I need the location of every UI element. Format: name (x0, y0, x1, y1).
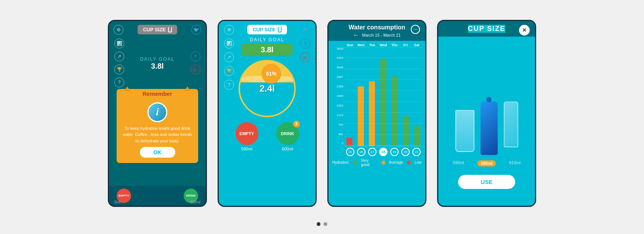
cup-icon-s2 (278, 27, 282, 32)
question-icon-s2[interactable]: ? (224, 80, 234, 90)
twitter-icon[interactable]: 🐦 (191, 25, 201, 35)
y-3429: 3429 (332, 56, 344, 60)
bar-col-18 (378, 47, 389, 146)
ml-right-label: 600ml (190, 200, 200, 204)
screen1-topbar: ⚙ CUP SIZE 🐦 (109, 21, 206, 37)
drink-badge: 3 (293, 121, 300, 127)
popup-box: i To keep hydration levels good drink wa… (117, 98, 198, 163)
y-1143: 1143 (332, 113, 344, 117)
bar-chart-icon[interactable]: 📊 (114, 39, 124, 48)
day-wed: Wed (378, 43, 389, 47)
bottle-blue (481, 102, 498, 155)
y-2667: 2667 (332, 75, 344, 79)
pagination-dot-2[interactable] (324, 222, 327, 226)
legend-dot-red (407, 161, 411, 165)
settings-icon[interactable]: ⚙ (114, 25, 123, 35)
date-21[interactable]: 21 (411, 148, 422, 156)
goal-value: 3.8l (140, 62, 175, 71)
twitter-icon-s2[interactable]: 🐦 (300, 25, 310, 35)
legend-average: Average (389, 160, 403, 165)
date-17[interactable]: 17 (367, 148, 378, 156)
award-icon-s2[interactable]: 🏆 (224, 66, 234, 76)
cup-size-button[interactable]: CUP SIZE (138, 25, 177, 34)
y-0: 0 (332, 142, 344, 145)
cup-size-title-s4: CUP SIZE (468, 25, 506, 33)
remember-banner: Remember (117, 89, 198, 98)
bar-21 (414, 126, 420, 146)
bottle-label-610[interactable]: 610ml (509, 160, 521, 166)
screen4-frame: CUP SIZE ✕ 590ml 600ml 610ml USE (437, 20, 536, 207)
y-3810: 3810 (332, 47, 344, 50)
day-sat: Sat (411, 43, 422, 47)
legend-dot-green (354, 161, 357, 165)
y-762: 762 (332, 123, 344, 126)
chart-legend: Hydration: Very good Average Low (328, 156, 425, 169)
glass-shape (455, 110, 474, 152)
back-arrow[interactable]: ← (353, 32, 359, 39)
bottle-label-600[interactable]: 600ml (477, 160, 495, 166)
bottle-blue-item (481, 102, 498, 155)
settings-icon-s2[interactable]: ⚙ (224, 25, 234, 35)
pagination (317, 222, 327, 226)
date-16[interactable]: 16 (356, 148, 367, 156)
screens-row: ⚙ CUP SIZE 🐦 📊 ↗ 🏆 ? DAILY GOAL 3.8l (100, 8, 544, 218)
share-button-s3[interactable]: ⋯ (411, 25, 420, 34)
close-button-s4[interactable]: ✕ (519, 25, 530, 36)
ml-left-label: 0ml (114, 200, 120, 204)
use-button[interactable]: USE (458, 175, 516, 189)
facebook-icon[interactable]: f (191, 52, 200, 61)
day-sun: Sun (344, 43, 356, 47)
screen4-topbar: CUP SIZE ✕ (438, 21, 535, 37)
y-3048: 3048 (332, 66, 344, 69)
bar-17 (369, 81, 375, 145)
bar-col-17 (367, 47, 377, 146)
bottle-clear-item (504, 102, 518, 155)
gplus-icon-s2[interactable]: g+ (300, 52, 310, 62)
popup-text: To keep hydration levels good drink wate… (122, 125, 193, 144)
date-18[interactable]: 18 (378, 148, 389, 156)
goal-box-s2: 3.8l (242, 44, 293, 56)
bar-19 (392, 76, 398, 145)
drink-button-s2[interactable]: DRINK 3 (276, 122, 299, 145)
bar-15 (346, 138, 352, 146)
legend-very-good: Very good (361, 158, 378, 167)
question-icon[interactable]: ? (114, 77, 124, 87)
bar-col-21 (412, 47, 422, 146)
water-amount: 2.4l (260, 83, 275, 94)
chart-title: Water consumption (334, 24, 420, 31)
screen3-frame: Water consumption ← March 15 - March 21 … (327, 20, 426, 207)
date-range: March 15 - March 21 (362, 33, 400, 37)
date-20[interactable]: 20 (400, 148, 411, 156)
bottles-area (438, 37, 535, 159)
cup-size-label: CUP SIZE (143, 27, 166, 32)
facebook-icon-s2[interactable]: f (300, 39, 310, 48)
ok-button[interactable]: OK (140, 147, 175, 158)
bar-col-19 (389, 47, 400, 146)
screen2-frame: ⚙ CUP SIZE 🐦 📊 ↗ 🏆 ? DAILY GOAL 3.8l (218, 20, 317, 207)
bar-col-15 (344, 47, 355, 146)
share-icon[interactable]: ↗ (114, 52, 124, 61)
screen1-frame: ⚙ CUP SIZE 🐦 📊 ↗ 🏆 ? DAILY GOAL 3.8l (108, 20, 207, 207)
date-15[interactable]: 15 (344, 148, 356, 156)
bar-20 (403, 116, 409, 146)
award-icon[interactable]: 🏆 (114, 65, 124, 74)
cup-size-button-s2[interactable]: CUP SIZE (247, 25, 287, 34)
cup-icon (168, 27, 172, 32)
gplus-icon[interactable]: g+ (191, 65, 200, 74)
pagination-dot-1[interactable] (317, 222, 320, 226)
share-icon-s2[interactable]: ↗ (224, 52, 234, 62)
legend-dot-orange (381, 161, 385, 165)
y-2286: 2286 (332, 85, 344, 88)
bar-16 (358, 86, 364, 145)
bottle-label-590[interactable]: 590ml (453, 160, 464, 166)
day-fri: Fri (400, 43, 411, 47)
y-381: 381 (332, 132, 344, 136)
day-tue: Tue (367, 43, 378, 47)
bar-chart-icon-s2[interactable]: 📊 (224, 39, 234, 48)
bottle-labels-row: 590ml 600ml 610ml (438, 159, 535, 168)
date-19[interactable]: 19 (389, 148, 400, 156)
bar-18 (380, 59, 386, 146)
y-1905: 1905 (332, 94, 344, 98)
empty-button-s2[interactable]: EMPTY (235, 122, 258, 145)
day-mon: Mon (356, 43, 367, 47)
